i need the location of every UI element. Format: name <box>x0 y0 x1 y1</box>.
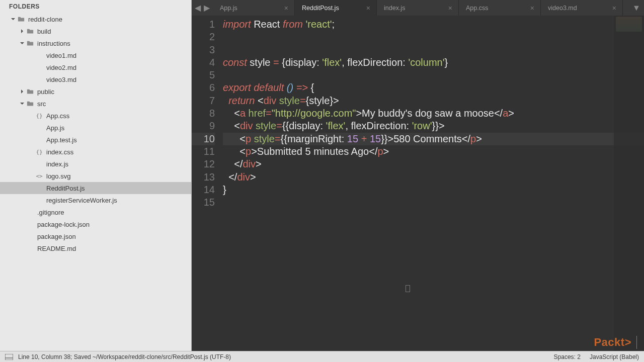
close-icon[interactable]: × <box>529 4 535 12</box>
file-blank-icon <box>35 184 43 192</box>
tree-item--gitignore[interactable]: .gitignore <box>0 206 191 218</box>
arrow-spacer <box>28 161 34 167</box>
tab-redditpost-js[interactable]: RedditPost.js× <box>295 0 377 16</box>
tree-item-label: index.js <box>46 160 68 168</box>
tree-item-app-js[interactable]: App.js <box>0 122 191 134</box>
file-blank-icon <box>26 244 34 252</box>
tab-overflow-icon[interactable]: ▼ <box>629 0 644 16</box>
tab-video3-md[interactable]: video3.md× <box>541 0 623 16</box>
tree-item-registerserviceworker-js[interactable]: registerServiceWorker.js <box>0 194 191 206</box>
svg-rect-0 <box>5 354 13 360</box>
sidebar-title: FOLDERS <box>0 0 191 13</box>
close-icon[interactable]: × <box>283 4 289 12</box>
close-icon[interactable]: × <box>365 4 371 12</box>
code-line[interactable]: </div> <box>223 171 644 184</box>
code-line[interactable]: import React from 'react'; <box>223 18 644 31</box>
file-tree[interactable]: reddit-clonebuildinstructionsvideo1.mdvi… <box>0 13 191 351</box>
tree-item-index-js[interactable]: index.js <box>0 158 191 170</box>
tree-item-label: .gitignore <box>37 209 64 216</box>
folder-icon <box>26 27 34 35</box>
code-area[interactable]: 123456789101112131415 import React from … <box>192 16 644 351</box>
tree-item-video1-md[interactable]: video1.md <box>0 49 191 61</box>
folder-icon <box>17 15 25 23</box>
file-blank-icon <box>35 51 43 59</box>
arrow-spacer <box>28 173 34 179</box>
line-number: 14 <box>192 184 215 196</box>
file-blank-icon <box>35 124 43 132</box>
tree-item-build[interactable]: build <box>0 25 191 37</box>
tree-item-redditpost-js[interactable]: RedditPost.js <box>0 182 191 194</box>
file-braces-icon: {} <box>35 148 43 156</box>
status-spaces[interactable]: Spaces: 2 <box>554 353 581 360</box>
tree-item-logo-svg[interactable]: <>logo.svg <box>0 170 191 182</box>
code-line[interactable]: <p>Submitted 5 minutes Ago</p> <box>223 145 644 158</box>
code-line[interactable]: const style = {display: 'flex', flexDire… <box>223 56 644 69</box>
code-line[interactable] <box>223 44 644 56</box>
disclosure-down-icon[interactable] <box>10 16 16 22</box>
arrow-spacer <box>19 233 25 239</box>
line-number: 8 <box>192 107 215 120</box>
tab-label: App.css <box>466 5 488 12</box>
close-icon[interactable]: × <box>611 4 617 12</box>
tree-item-label: reddit-clone <box>28 16 62 23</box>
code-line[interactable]: <p style={{marginRight: 15 + 15}}>580 Co… <box>223 133 644 145</box>
tree-item-reddit-clone[interactable]: reddit-clone <box>0 13 191 25</box>
line-number: 7 <box>192 95 215 107</box>
tree-item-index-css[interactable]: {}index.css <box>0 146 191 158</box>
file-blank-icon <box>35 196 43 204</box>
file-blank-icon <box>26 220 34 228</box>
code-line[interactable]: </div> <box>223 158 644 170</box>
tree-item-readme-md[interactable]: README.md <box>0 242 191 254</box>
code-line[interactable]: } <box>223 184 644 196</box>
tab-app-js[interactable]: App.js× <box>213 0 295 16</box>
tree-item-label: instructions <box>37 40 70 47</box>
tree-item-label: registerServiceWorker.js <box>46 197 117 204</box>
file-blank-icon <box>35 63 43 71</box>
tree-item-package-json[interactable]: package.json <box>0 230 191 242</box>
code-line[interactable]: <a href="http://google.com">My buddy's d… <box>223 107 644 120</box>
tree-item-label: src <box>37 100 46 108</box>
disclosure-down-icon[interactable] <box>19 101 25 107</box>
tree-item-app-test-js[interactable]: App.test.js <box>0 134 191 146</box>
tab-app-css[interactable]: App.css× <box>459 0 541 16</box>
tree-item-public[interactable]: public <box>0 85 191 98</box>
code-line[interactable]: return <div style={style}> <box>223 95 644 107</box>
tree-item-video2-md[interactable]: video2.md <box>0 61 191 73</box>
nav-forward-icon[interactable]: ▶ <box>204 3 210 13</box>
file-blank-icon <box>35 160 43 168</box>
code-content[interactable]: import React from 'react'; const style =… <box>220 16 644 351</box>
code-line[interactable] <box>223 196 644 209</box>
code-line[interactable] <box>223 69 644 81</box>
disclosure-down-icon[interactable] <box>19 40 25 46</box>
tree-item-video3-md[interactable]: video3.md <box>0 73 191 85</box>
nav-back-icon[interactable]: ◀ <box>195 3 201 13</box>
file-blank-icon <box>35 75 43 83</box>
code-line[interactable]: export default () => { <box>223 81 644 94</box>
code-line[interactable]: <div style={{display: 'flex', flexDirect… <box>223 120 644 132</box>
tab-bar: ◀ ▶ App.js×RedditPost.js×index.js×App.cs… <box>192 0 644 16</box>
arrow-spacer <box>28 64 34 70</box>
tree-item-package-lock-json[interactable]: package-lock.json <box>0 218 191 230</box>
line-number: 6 <box>192 81 215 94</box>
arrow-spacer <box>19 245 25 251</box>
disclosure-right-icon[interactable] <box>19 88 25 95</box>
tree-item-label: package.json <box>37 233 76 240</box>
tree-item-src[interactable]: src <box>0 98 191 110</box>
minimap[interactable] <box>614 16 644 351</box>
tree-item-label: logo.svg <box>46 172 70 180</box>
file-angle-icon: <> <box>35 172 43 180</box>
file-blank-icon <box>35 136 43 144</box>
tab-index-js[interactable]: index.js× <box>377 0 459 16</box>
arrow-spacer <box>28 113 34 119</box>
panel-icon[interactable] <box>5 354 13 360</box>
tree-item-app-css[interactable]: {}App.css <box>0 110 191 122</box>
status-language[interactable]: JavaScript (Babel) <box>590 353 639 360</box>
code-line[interactable] <box>223 31 644 43</box>
disclosure-right-icon[interactable] <box>19 28 25 34</box>
tree-item-label: package-lock.json <box>37 221 90 228</box>
tree-item-instructions[interactable]: instructions <box>0 37 191 49</box>
close-icon[interactable]: × <box>447 4 453 12</box>
main-area: FOLDERS reddit-clonebuildinstructionsvid… <box>0 0 644 351</box>
app-root: FOLDERS reddit-clonebuildinstructionsvid… <box>0 0 644 362</box>
arrow-spacer <box>19 209 25 215</box>
